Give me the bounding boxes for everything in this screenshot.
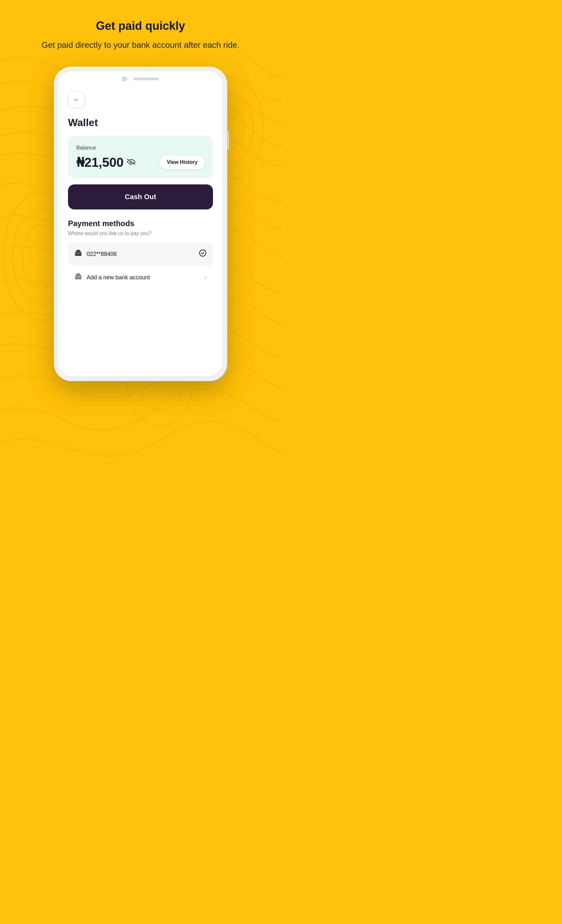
add-new-left: Add a new bank account (74, 273, 150, 282)
payment-methods-section: Payment methods Where would you like us … (68, 219, 213, 289)
back-button[interactable]: ← (68, 91, 85, 108)
svg-rect-9 (75, 253, 81, 254)
cash-out-button[interactable]: Cash Out (68, 184, 213, 209)
balance-value: ₦21,500 (76, 155, 123, 170)
payment-methods-title: Payment methods (68, 219, 213, 228)
phone-wrapper: ← Wallet Balance ₦21,500 (54, 67, 227, 381)
speaker-bar (134, 78, 159, 80)
phone-frame: ← Wallet Balance ₦21,500 (54, 67, 227, 381)
svg-point-10 (200, 250, 206, 256)
payment-item-account-1[interactable]: 022**88406 (68, 243, 213, 265)
phone-screen: ← Wallet Balance ₦21,500 (59, 71, 222, 376)
header-title: Get paid quickly (19, 19, 262, 33)
add-new-label: Add a new bank account (87, 274, 150, 281)
bank-icon-1 (74, 249, 82, 259)
balance-card: Balance ₦21,500 (68, 136, 213, 178)
payment-label-1: 022**88406 (87, 251, 117, 258)
back-arrow-icon: ← (73, 96, 80, 103)
svg-rect-8 (75, 252, 81, 256)
hide-balance-icon[interactable] (127, 158, 136, 166)
svg-rect-11 (75, 275, 81, 279)
app-content: ← Wallet Balance ₦21,500 (59, 85, 222, 302)
chevron-right-icon: › (205, 274, 207, 281)
wallet-title: Wallet (68, 117, 213, 129)
bank-icon-add (74, 273, 82, 282)
svg-rect-12 (75, 276, 81, 277)
camera-dot (122, 76, 127, 81)
payment-methods-subtitle: Where would you like us to pay you? (68, 231, 213, 236)
header-subtitle: Get paid directly to your bank account a… (19, 39, 262, 51)
view-history-button[interactable]: View History (160, 156, 205, 169)
check-icon-1 (199, 249, 207, 259)
balance-amount: ₦21,500 (76, 155, 136, 170)
phone-notch (59, 71, 222, 85)
header-section: Get paid quickly Get paid directly to yo… (0, 0, 281, 63)
balance-label: Balance (76, 145, 205, 151)
balance-row: ₦21,500 View Histo (76, 155, 205, 170)
payment-item-add-new[interactable]: Add a new bank account › (68, 266, 213, 289)
